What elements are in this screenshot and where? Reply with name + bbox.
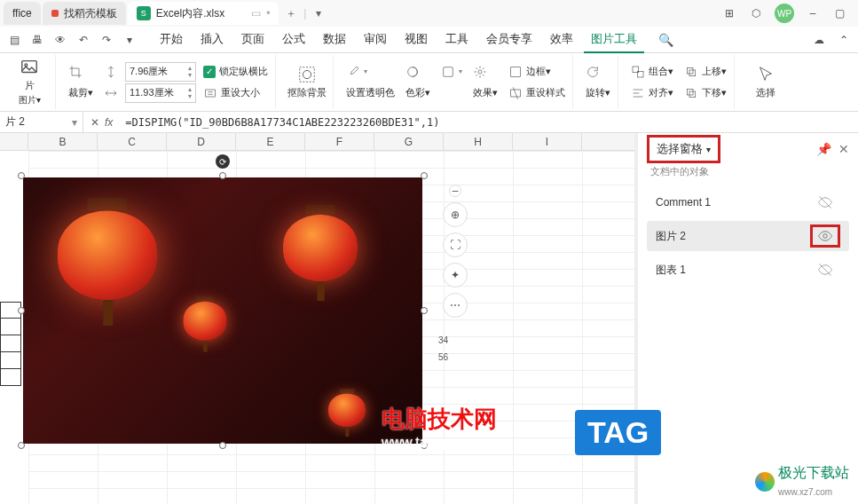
svg-rect-8 xyxy=(511,67,521,76)
move-up-icon xyxy=(684,65,698,79)
merged-cell[interactable] xyxy=(0,369,21,386)
move-down-button[interactable]: 下移▾ xyxy=(681,83,730,103)
collapse-fab-icon[interactable]: – xyxy=(449,185,461,197)
pin-icon[interactable]: 📌 xyxy=(816,142,831,156)
border-button[interactable]: 边框▾ xyxy=(505,62,569,82)
cancel-formula-icon[interactable]: ✕ xyxy=(91,116,99,129)
lock-ratio-check[interactable]: ✓锁定纵横比 xyxy=(200,62,272,82)
resize-handle-w[interactable] xyxy=(18,307,25,314)
collapse-ribbon-icon[interactable]: ⌃ xyxy=(835,31,853,49)
tab-dropdown-icon[interactable]: • xyxy=(266,7,270,20)
selection-item-chart[interactable]: 图表 1 xyxy=(647,255,849,285)
qat-undo-icon[interactable]: ↶ xyxy=(75,31,92,49)
svg-point-7 xyxy=(478,70,482,74)
cloud-icon[interactable]: ☁ xyxy=(810,31,828,49)
picture-button[interactable]: 片 图片▾ xyxy=(7,58,51,106)
reset-style-button[interactable]: 重设样式 xyxy=(505,83,569,103)
fx-icon[interactable]: fx xyxy=(105,116,113,129)
tab-list-button[interactable]: ▾ xyxy=(308,3,329,24)
crop-button[interactable]: 裁剪▾ xyxy=(65,83,97,103)
col-header[interactable]: B xyxy=(28,133,98,150)
selection-item-comment[interactable]: Comment 1 xyxy=(647,187,849,217)
selection-pane-title[interactable]: 选择窗格 ▾ xyxy=(647,135,720,163)
menu-page[interactable]: 页面 xyxy=(234,27,272,53)
col-header[interactable]: D xyxy=(167,133,236,150)
layout-icon[interactable]: ⊞ xyxy=(721,5,737,21)
resize-handle-n[interactable] xyxy=(219,172,226,179)
menu-review[interactable]: 审阅 xyxy=(357,27,394,53)
merged-cell[interactable] xyxy=(0,319,21,335)
close-pane-icon[interactable]: ✕ xyxy=(838,142,849,156)
crop-rect-button[interactable] xyxy=(65,62,97,82)
menu-efficiency[interactable]: 效率 xyxy=(543,27,580,53)
spreadsheet-area[interactable]: B C D E F G H I 34 56 ⟳ xyxy=(0,133,638,504)
user-avatar[interactable]: WP xyxy=(775,4,794,23)
resize-handle-nw[interactable] xyxy=(18,172,25,179)
qat-save-icon[interactable]: ▤ xyxy=(5,31,23,49)
col-header[interactable]: F xyxy=(305,133,374,150)
col-header[interactable]: G xyxy=(374,133,444,150)
remove-bg-button[interactable]: 抠除背景 xyxy=(285,65,329,99)
menu-insert[interactable]: 插入 xyxy=(193,27,231,53)
move-up-button[interactable]: 上移▾ xyxy=(681,62,730,82)
col-header[interactable]: H xyxy=(444,133,513,150)
qat-redo-icon[interactable]: ↷ xyxy=(98,31,115,49)
col-header[interactable]: E xyxy=(236,133,305,150)
col-header[interactable]: C xyxy=(98,133,167,150)
tab-add-button[interactable]: ＋ xyxy=(280,3,302,24)
tab-document[interactable]: S Excel内容.xlsx ▭ • xyxy=(128,2,279,25)
menu-view[interactable]: 视图 xyxy=(398,27,435,53)
maximize-button[interactable]: ▢ xyxy=(831,5,847,21)
more-fab-icon[interactable]: ⋯ xyxy=(443,293,468,318)
select-all-corner[interactable] xyxy=(0,133,28,150)
resize-handle-sw[interactable] xyxy=(18,442,25,449)
minimize-button[interactable]: – xyxy=(805,5,821,21)
preset-button[interactable]: ▾ xyxy=(437,62,466,82)
watermark-tagxp-url: www.tagxp.com xyxy=(382,435,497,451)
formula-input[interactable] xyxy=(120,116,858,129)
inserted-image[interactable]: ⟳ xyxy=(23,177,422,444)
rotate-button[interactable] xyxy=(582,62,614,82)
menu-picture-tools[interactable]: 图片工具 xyxy=(584,27,644,53)
ribbon-search[interactable]: 🔍 xyxy=(658,33,673,47)
resize-handle-e[interactable] xyxy=(421,307,428,314)
zoom-in-icon[interactable]: ⊕ xyxy=(443,202,468,227)
rotate-handle[interactable]: ⟳ xyxy=(216,154,230,169)
resize-handle-ne[interactable] xyxy=(421,172,428,179)
effect-button[interactable] xyxy=(469,62,501,82)
reset-size-button[interactable]: 重设大小 xyxy=(200,83,272,103)
menu-tools[interactable]: 工具 xyxy=(438,27,476,53)
visibility-toggle[interactable] xyxy=(810,191,840,214)
col-header[interactable]: I xyxy=(513,133,582,150)
visibility-toggle[interactable] xyxy=(810,258,840,281)
tab-office[interactable]: ffice xyxy=(4,2,41,25)
select-button[interactable]: 选择 xyxy=(744,65,788,99)
merged-cell[interactable] xyxy=(0,335,21,352)
qat-print-icon[interactable]: 🖶 xyxy=(28,31,46,49)
qat-preview-icon[interactable]: 👁 xyxy=(51,31,69,49)
chevron-down-icon: ▾ xyxy=(706,145,711,154)
menu-data[interactable]: 数据 xyxy=(316,27,353,53)
group-button[interactable]: 组合▾ xyxy=(627,62,677,82)
tab-readmode-icon[interactable]: ▭ xyxy=(251,7,261,20)
height-input[interactable]: 7.96厘米▴▾ xyxy=(125,62,196,82)
qat-dropdown-icon[interactable]: ▾ xyxy=(121,31,138,49)
visibility-toggle[interactable] xyxy=(810,224,840,248)
color-button[interactable] xyxy=(402,62,434,82)
watermark-xz7-url: www.xz7.com xyxy=(778,487,832,497)
magic-fab-icon[interactable]: ✦ xyxy=(443,263,468,287)
menu-start[interactable]: 开始 xyxy=(153,27,190,53)
width-input[interactable]: 11.93厘米▴▾ xyxy=(125,83,196,103)
menu-formula[interactable]: 公式 xyxy=(275,27,312,53)
align-button[interactable]: 对齐▾ xyxy=(627,83,677,103)
set-transparent-button[interactable]: ▾ xyxy=(342,62,398,82)
crop-fab-icon[interactable]: ⛶ xyxy=(443,232,468,257)
name-box[interactable]: 片 2 ▾ xyxy=(0,112,83,132)
resize-handle-s[interactable] xyxy=(219,442,226,449)
merged-cell[interactable] xyxy=(0,352,21,369)
menu-member[interactable]: 会员专享 xyxy=(479,27,539,53)
selection-item-image[interactable]: 图片 2 xyxy=(647,221,849,251)
tab-template[interactable]: 找稻壳模板 xyxy=(43,2,126,25)
plus-icon: ＋ xyxy=(286,6,296,21)
cube-icon[interactable]: ⬡ xyxy=(748,5,764,21)
